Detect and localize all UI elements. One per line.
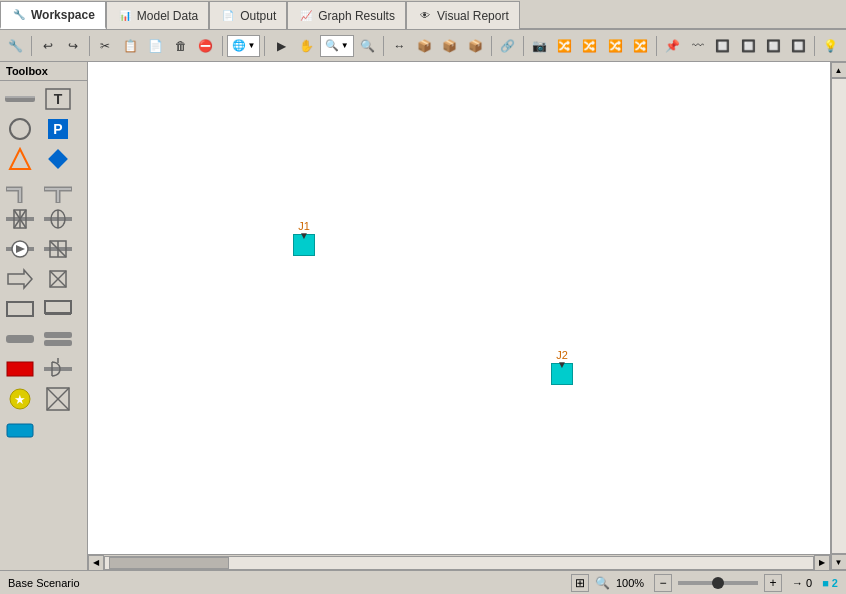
zoom-search-icon: 🔍 (595, 576, 610, 590)
separator-5 (383, 36, 384, 56)
tab-graph-results-label: Graph Results (318, 9, 395, 23)
tab-visual-report[interactable]: 👁 Visual Report (406, 1, 520, 29)
toolbox-circle-node[interactable] (4, 115, 36, 143)
svg-rect-31 (6, 335, 34, 343)
svg-marker-7 (10, 149, 30, 169)
toolbar-hand-btn[interactable]: ✋ (295, 34, 318, 58)
toolbar-redo-btn[interactable]: ↪ (61, 34, 84, 58)
toolbar-paste-btn[interactable]: 📄 (144, 34, 167, 58)
toolbar-wave-btn[interactable]: 〰 (686, 34, 709, 58)
toolbox-gate-valve[interactable] (4, 205, 36, 233)
toolbar-shuffle1-btn[interactable]: 🔀 (553, 34, 576, 58)
toolbox-x-cross[interactable] (42, 385, 74, 413)
toolbox-clamp[interactable] (42, 355, 74, 383)
toolbar-rect2-btn[interactable]: 🔲 (736, 34, 759, 58)
tab-output[interactable]: 📄 Output (209, 1, 287, 29)
tab-graph-results[interactable]: 📈 Graph Results (287, 1, 406, 29)
separator-1 (31, 36, 32, 56)
tab-bar: 🔧 Workspace 📊 Model Data 📄 Output 📈 Grap… (0, 0, 846, 30)
toolbar-rect1-btn[interactable]: 🔲 (711, 34, 734, 58)
toolbox-text-node[interactable]: T (42, 85, 74, 113)
h-scrollbar: ◀ ▶ (88, 554, 830, 570)
h-scroll-left-btn[interactable]: ◀ (88, 555, 104, 571)
toolbox-title: Toolbox (6, 65, 48, 77)
globe-icon: 🌐 (232, 39, 246, 52)
toolbox-rect-node[interactable] (4, 295, 36, 323)
toolbox-pipe-segment[interactable] (4, 325, 36, 353)
canvas-inner[interactable]: J1 ▼ J2 ▼ (88, 62, 830, 554)
v-scroll-up-btn[interactable]: ▲ (831, 62, 847, 78)
toolbox-grid: T P (0, 81, 87, 447)
toolbar-box1-btn[interactable]: 📦 (413, 34, 436, 58)
toolbox-blue-square[interactable]: P (42, 115, 74, 143)
toolbar-findtext-btn[interactable]: 🔍 (356, 34, 379, 58)
status-fit-btn[interactable]: ⊞ (571, 574, 589, 592)
toolbar-globe-dropdown[interactable]: 🌐 ▼ (227, 35, 261, 57)
fit-icon: ⊞ (575, 576, 585, 590)
toolbox-diamond-node[interactable] (42, 145, 74, 173)
svg-rect-28 (7, 302, 33, 316)
toolbar-rect3-btn[interactable]: 🔲 (762, 34, 785, 58)
tab-model-data[interactable]: 📊 Model Data (106, 1, 209, 29)
separator-2 (89, 36, 90, 56)
toolbar-delete-btn[interactable]: 🗑 (169, 34, 192, 58)
toolbar-select-btn[interactable]: ▶ (269, 34, 292, 58)
v-scroll-track[interactable] (831, 78, 847, 554)
toolbox-arrow-node[interactable] (4, 265, 36, 293)
toolbar-shuffle4-btn[interactable]: 🔀 (629, 34, 652, 58)
toolbar-cut-btn[interactable]: ✂ (94, 34, 117, 58)
toolbox-red-component[interactable] (4, 355, 36, 383)
toolbar-zoom-dropdown[interactable]: 🔍 ▼ (320, 35, 354, 57)
h-scroll-thumb[interactable] (109, 557, 229, 569)
tab-workspace[interactable]: 🔧 Workspace (0, 1, 106, 29)
toolbar-bulb-btn[interactable]: 💡 (819, 34, 842, 58)
toolbox-elbow-pipe[interactable] (4, 175, 36, 203)
node-j1-box[interactable]: ▼ (293, 234, 315, 256)
svg-rect-8 (48, 149, 68, 169)
node-j1[interactable]: J1 ▼ (293, 220, 315, 256)
toolbox-pump[interactable] (4, 235, 36, 263)
toolbar-link-btn[interactable]: 🔗 (496, 34, 519, 58)
toolbar-rect4-btn[interactable]: 🔲 (787, 34, 810, 58)
toolbar-cancel-btn[interactable]: ⛔ (194, 34, 217, 58)
output-icon: 📄 (220, 8, 236, 24)
toolbar-cam-btn[interactable]: 📷 (528, 34, 551, 58)
grid-indicator: ■ 2 (822, 577, 838, 589)
node-j1-arrow: ▼ (299, 230, 309, 241)
svg-text:P: P (53, 121, 62, 137)
zoom-minus-btn[interactable]: − (654, 574, 672, 592)
toolbar-shuffle2-btn[interactable]: 🔀 (578, 34, 601, 58)
toolbox-panel: Toolbox T P (0, 62, 88, 570)
toolbar-new-btn[interactable]: 🔧 (4, 34, 27, 58)
toolbox-double-pipe[interactable] (42, 325, 74, 353)
toolbar-pin-btn[interactable]: 📌 (661, 34, 684, 58)
toolbar-swap-btn[interactable]: ↔ (388, 34, 411, 58)
toolbox-double-rect[interactable] (42, 295, 74, 323)
toolbox-star-node[interactable]: ★ (4, 385, 36, 413)
toolbox-pipe-horizontal[interactable] (4, 85, 36, 113)
h-scroll-right-btn[interactable]: ▶ (814, 555, 830, 571)
h-scroll-track[interactable] (104, 556, 814, 570)
pan-label: → 0 (792, 577, 812, 589)
toolbar-undo-btn[interactable]: ↩ (36, 34, 59, 58)
v-scroll-down-btn[interactable]: ▼ (831, 554, 847, 570)
toolbox-check-valve[interactable] (42, 235, 74, 263)
zoom-slider-thumb[interactable] (712, 577, 724, 589)
zoom-slider[interactable] (678, 581, 758, 585)
toolbox-butterfly-valve[interactable] (42, 205, 74, 233)
separator-4 (264, 36, 265, 56)
separator-3 (222, 36, 223, 56)
zoom-value: 100% (616, 577, 648, 589)
node-j2[interactable]: J2 ▼ (551, 349, 573, 385)
toolbar-shuffle3-btn[interactable]: 🔀 (603, 34, 626, 58)
toolbar-box3-btn[interactable]: 📦 (464, 34, 487, 58)
toolbox-tee-pipe[interactable] (42, 175, 74, 203)
toolbox-triangle-node[interactable] (4, 145, 36, 173)
node-j2-box[interactable]: ▼ (551, 363, 573, 385)
toolbox-cross-node[interactable] (42, 265, 74, 293)
toolbox-tray-node[interactable] (4, 415, 36, 443)
zoom-plus-btn[interactable]: + (764, 574, 782, 592)
toolbar-box2-btn[interactable]: 📦 (438, 34, 461, 58)
toolbar-copy-btn[interactable]: 📋 (119, 34, 142, 58)
tab-visual-report-label: Visual Report (437, 9, 509, 23)
